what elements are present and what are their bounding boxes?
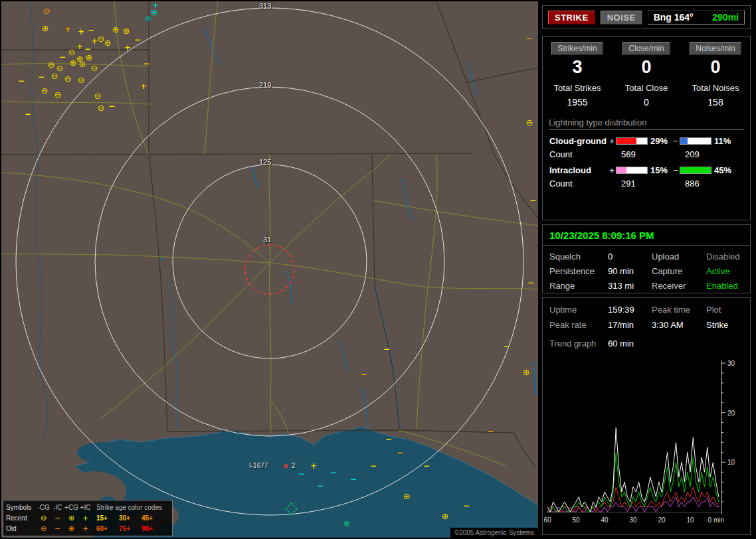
nexstorm-window: { "top": { "strike_label": "STRIKE", "no…	[0, 0, 756, 539]
cg-positive-count: 569	[614, 149, 678, 159]
roads	[1, 1, 538, 466]
trend-graph-value: 60 min	[608, 339, 634, 348]
station-strike-count: 2	[292, 463, 296, 469]
range-value: 313 mi	[608, 281, 652, 291]
noise-indicator-button[interactable]: NOISE	[601, 11, 642, 25]
legend-ages-row2: 60+ 75+ 90+	[92, 525, 169, 532]
alert-panel: STRIKE NOISE Bng 164° 290mi	[542, 5, 751, 29]
close-per-min-value: 0	[612, 57, 681, 78]
legend-col-neg-cg: -CG	[37, 504, 50, 511]
strikes-per-min-button[interactable]: Strikes/min	[551, 42, 603, 55]
plus-sign: +	[608, 165, 616, 175]
plus-sign: +	[608, 136, 616, 146]
peak-time-value: 3:30 AM	[652, 320, 706, 330]
cg-negative-pct: 11%	[711, 136, 735, 146]
legend-row-recent: Recent	[6, 514, 37, 522]
datetime-display: 10/23/2025 8:09:16 PM	[543, 225, 750, 246]
cg-positive-pct: 29%	[648, 136, 672, 146]
age-90: 90+	[142, 525, 164, 532]
intracloud-count-row: Count 291 886	[543, 175, 750, 189]
legend-recent-symbols: ⊖−⊕+	[37, 514, 92, 522]
svg-text:10: 10	[686, 516, 694, 524]
svg-text:30: 30	[727, 360, 735, 367]
legend-symbol-icon: ⊕	[64, 524, 78, 533]
legend-row-old: Old	[6, 525, 37, 532]
legend-ages-row1: 15+ 30+ 45+	[92, 514, 169, 522]
legend-col-pos-ic: +IC	[78, 504, 92, 511]
cloud-ground-count-row: Count 569 209	[543, 146, 750, 159]
legend-old-symbols: ⊖−⊕+	[37, 524, 92, 533]
range-label: Range	[549, 281, 608, 291]
cloud-ground-label: Cloud-ground	[549, 136, 608, 146]
svg-text:20: 20	[727, 410, 735, 417]
svg-text:10: 10	[727, 459, 735, 466]
age-45: 45+	[142, 514, 164, 522]
cg-positive-bar	[616, 137, 648, 145]
bearing-value: Bng 164°	[654, 12, 694, 23]
range-ring-label-125: 125	[259, 159, 271, 166]
ic-negative-pct: 45%	[711, 165, 735, 175]
capture-state: Active	[706, 266, 743, 276]
squelch-label: Squelch	[549, 252, 608, 262]
noises-per-min-button[interactable]: Noises/min	[690, 42, 741, 55]
intracloud-label: Intracloud	[549, 165, 608, 175]
total-noises-value: 158	[681, 97, 750, 108]
trend-graph-label: Trend graph	[549, 339, 608, 348]
total-noises-label: Total Noises	[681, 83, 750, 93]
capture-label: Capture	[652, 266, 706, 276]
persistence-label: Persistence	[549, 266, 608, 276]
cg-negative-count: 209	[678, 149, 742, 159]
count-label: Count	[549, 179, 614, 189]
bearing-box: Bng 164° 290mi	[648, 10, 745, 25]
legend-symbol-icon: +	[78, 524, 92, 533]
peak-rate-value: 17/min	[608, 320, 652, 330]
range-ring-label-313: 313	[259, 3, 271, 10]
total-close-label: Total Close	[612, 83, 681, 93]
legend-symbol-icon: −	[50, 514, 64, 522]
strike-indicator-button[interactable]: STRIKE	[548, 11, 595, 25]
statistics-panel: Strikes/min 3 Close/min 0 Noises/min 0 T…	[542, 36, 751, 220]
trend-graph-chart: 1020306050403020100 min	[543, 358, 749, 530]
intracloud-row: Intracloud + 15% − 45%	[543, 159, 750, 175]
strikes-per-min-value: 3	[543, 57, 612, 78]
peak-time-label: Peak time	[652, 305, 706, 315]
ic-positive-bar	[616, 167, 648, 174]
svg-text:50: 50	[572, 516, 580, 524]
squelch-value: 0	[608, 252, 652, 262]
legend-symbols-header: Symbols	[6, 504, 37, 511]
svg-text:0 min: 0 min	[708, 516, 724, 524]
total-strikes-value: 1955	[543, 97, 612, 108]
noises-per-min-value: 0	[681, 57, 750, 78]
ic-negative-count: 886	[678, 179, 742, 189]
minus-sign: −	[672, 165, 680, 175]
legend-symbol-icon: −	[50, 524, 64, 533]
legend-symbol-icon: ⊖	[37, 514, 50, 522]
cg-negative-bar	[680, 137, 711, 145]
receiver-label: Receiver	[652, 281, 706, 291]
persistence-value: 90 min	[608, 266, 652, 276]
close-per-min-button[interactable]: Close/min	[622, 42, 670, 55]
ic-negative-bar	[680, 167, 711, 174]
trend-panel: Uptime 159:39 Peak time Plot Peak rate 1…	[542, 297, 751, 535]
legend-col-pos-cg: +CG	[64, 504, 78, 511]
age-30: 30+	[119, 514, 142, 522]
upload-label: Upload	[652, 252, 706, 262]
lake-pontchartrain	[77, 442, 125, 463]
uptime-value: 159:39	[608, 305, 652, 315]
receiver-state: Enabled	[706, 281, 743, 291]
age-60: 60+	[96, 525, 119, 532]
age-15: 15+	[96, 514, 119, 522]
ic-positive-count: 291	[614, 179, 678, 189]
distribution-title: Lightning type distribution	[549, 117, 744, 130]
legend-age-header: Strike age color codes	[92, 504, 169, 511]
map-legend: Symbols -CG -IC +CG +IC Strike age color…	[3, 500, 173, 536]
svg-text:40: 40	[601, 516, 609, 524]
copyright-text: ©2005 Astrogenic Systems	[450, 528, 538, 538]
radar-map[interactable]: ⊖+⊕⊕−⊕++−⊕⊕⊖+⊕−+−⊖−⊕⊕⊕⊕+⊖⊖⊖−−⊖⊖⊖−⊖⊖⊖+⊖−−…	[1, 1, 538, 538]
ic-positive-pct: 15%	[648, 165, 672, 175]
minus-sign: −	[672, 136, 680, 146]
legend-symbol-icon: ⊕	[64, 514, 78, 522]
station-label: I-1677	[249, 463, 268, 469]
legend-symbol-icon: +	[78, 514, 92, 522]
total-strikes-label: Total Strikes	[543, 83, 612, 93]
